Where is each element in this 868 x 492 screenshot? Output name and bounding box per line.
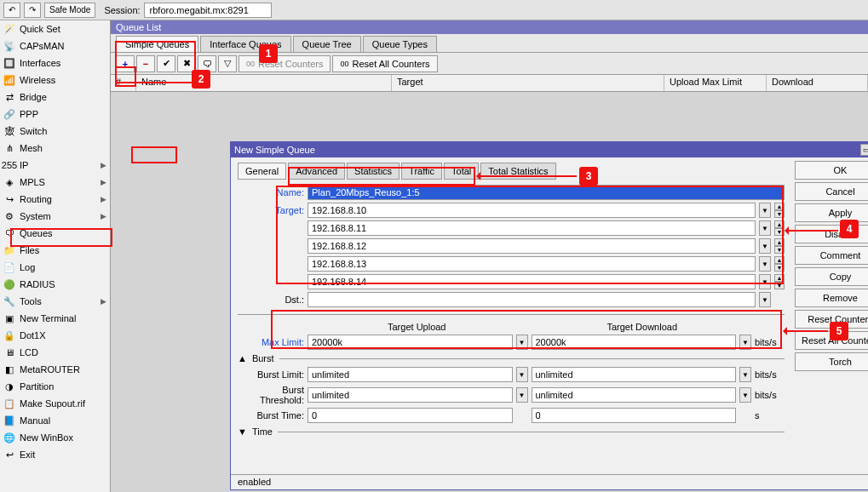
max-limit-download-dropdown[interactable]: ▼ xyxy=(739,335,751,350)
sidebar-item-tools[interactable]: 🔧Tools▶ xyxy=(0,293,110,310)
target-down-4[interactable]: ▼ xyxy=(774,282,785,289)
sidebar-item-make-supout-rif[interactable]: 📋Make Supout.rif xyxy=(0,395,110,412)
target-up-4[interactable]: ▲ xyxy=(774,274,785,282)
sidebar-item-quick-set[interactable]: 🪄Quick Set xyxy=(0,20,110,37)
burst-time-upload-input[interactable] xyxy=(308,408,513,423)
comment-button[interactable]: Comment xyxy=(795,246,868,265)
col-upmax[interactable]: Upload Max Limit xyxy=(664,75,767,91)
target-input-2[interactable] xyxy=(308,238,756,254)
burst-limit-upload-dropdown[interactable]: ▼ xyxy=(516,367,528,382)
dialog-tab-general[interactable]: General xyxy=(238,163,286,180)
sidebar-item-new-terminal[interactable]: ▣New Terminal xyxy=(0,310,110,327)
burst-section-toggle[interactable]: ▲Burst xyxy=(238,353,785,363)
tab-simple-queues[interactable]: Simple Queues xyxy=(116,36,198,52)
target-dropdown-2[interactable]: ▼ xyxy=(759,238,771,254)
target-dropdown-0[interactable]: ▼ xyxy=(759,203,771,218)
target-input-0[interactable] xyxy=(308,203,756,218)
tab-interface-queues[interactable]: Interface Queues xyxy=(200,36,290,52)
sidebar-item-exit[interactable]: ↩Exit xyxy=(0,446,110,463)
burst-threshold-download-dropdown[interactable]: ▼ xyxy=(739,387,751,403)
remove-button[interactable]: − xyxy=(136,55,155,72)
remove-button[interactable]: Remove xyxy=(795,289,868,307)
target-dropdown-4[interactable]: ▼ xyxy=(759,274,771,289)
target-input-4[interactable] xyxy=(308,274,756,289)
ok-button[interactable]: OK xyxy=(795,161,868,180)
reset-all-counters-button[interactable]: 00Reset All Counters xyxy=(332,55,437,72)
reset-counters-button[interactable]: Reset Counters xyxy=(795,310,868,329)
sidebar-item-queues[interactable]: 🗨Queues xyxy=(0,225,110,242)
burst-limit-upload-input[interactable] xyxy=(308,367,513,382)
sidebar-item-ppp[interactable]: 🔗PPP xyxy=(0,106,110,123)
torch-button[interactable]: Torch xyxy=(795,352,868,371)
target-input-1[interactable] xyxy=(308,220,756,236)
target-dropdown-1[interactable]: ▼ xyxy=(759,220,771,236)
dialog-tab-total[interactable]: Total xyxy=(444,163,479,180)
burst-threshold-upload-input[interactable] xyxy=(308,387,513,403)
reset-counters-button[interactable]: 00Reset Counters xyxy=(239,55,331,72)
target-down-3[interactable]: ▼ xyxy=(774,264,785,272)
cancel-button[interactable]: Cancel xyxy=(795,182,868,201)
safe-mode-button[interactable]: Safe Mode xyxy=(44,3,95,18)
sidebar-item-routing[interactable]: ↪Routing▶ xyxy=(0,191,110,208)
dialog-min-button[interactable]: ▭ xyxy=(860,144,868,156)
target-input-3[interactable] xyxy=(308,256,756,272)
tab-queue-types[interactable]: Queue Types xyxy=(363,36,437,52)
sidebar-item-wireless[interactable]: 📶Wireless xyxy=(0,72,110,89)
disable-button[interactable]: Disable xyxy=(795,225,868,243)
sidebar-item-metarouter[interactable]: ◧MetaROUTER xyxy=(0,361,110,378)
burst-limit-download-dropdown[interactable]: ▼ xyxy=(739,367,751,382)
sidebar-item-radius[interactable]: 🟢RADIUS xyxy=(0,276,110,293)
apply-button[interactable]: Apply xyxy=(795,203,868,222)
disable-button[interactable]: ✖ xyxy=(177,55,196,72)
max-limit-upload-dropdown[interactable]: ▼ xyxy=(516,335,528,350)
target-up-1[interactable]: ▲ xyxy=(774,220,785,228)
sidebar-item-files[interactable]: 📁Files xyxy=(0,242,110,259)
comment-button[interactable]: 🗨 xyxy=(198,55,216,72)
copy-button[interactable]: Copy xyxy=(795,267,868,286)
target-up-0[interactable]: ▲ xyxy=(774,203,785,210)
sidebar-item-mpls[interactable]: ◈MPLS▶ xyxy=(0,174,110,191)
burst-threshold-upload-dropdown[interactable]: ▼ xyxy=(516,387,528,403)
sidebar-item-ip[interactable]: 255IP▶ xyxy=(0,157,110,174)
target-up-2[interactable]: ▲ xyxy=(774,238,785,246)
sidebar-item-interfaces[interactable]: 🔲Interfaces xyxy=(0,54,110,72)
sidebar-item-mesh[interactable]: ⋔Mesh xyxy=(0,140,110,157)
col-target[interactable]: Target xyxy=(392,75,664,91)
dst-dropdown[interactable]: ▼ xyxy=(759,292,771,307)
sidebar-item-switch[interactable]: 🕸Switch xyxy=(0,123,110,140)
target-up-3[interactable]: ▲ xyxy=(774,256,785,264)
col-num[interactable]: # xyxy=(111,75,136,91)
redo-button[interactable]: ↷ xyxy=(24,3,41,18)
undo-button[interactable]: ↶ xyxy=(3,3,20,18)
target-down-1[interactable]: ▼ xyxy=(774,228,785,236)
add-button[interactable]: + xyxy=(116,55,135,72)
burst-limit-download-input[interactable] xyxy=(532,367,737,382)
dialog-tab-total-statistics[interactable]: Total Statistics xyxy=(480,163,555,180)
dialog-tab-statistics[interactable]: Statistics xyxy=(347,163,400,180)
col-down[interactable]: Download xyxy=(767,75,868,91)
dst-input[interactable] xyxy=(308,292,756,307)
sidebar-item-new-winbox[interactable]: 🌐New WinBox xyxy=(0,429,110,446)
enable-button[interactable]: ✔ xyxy=(157,55,175,72)
reset-all-counters-button[interactable]: Reset All Counters xyxy=(795,331,868,350)
target-down-0[interactable]: ▼ xyxy=(774,210,785,218)
name-input[interactable] xyxy=(308,185,785,200)
col-name[interactable]: Name xyxy=(136,75,392,91)
max-limit-upload-input[interactable] xyxy=(308,335,513,350)
sidebar-item-system[interactable]: ⚙System▶ xyxy=(0,208,110,225)
sidebar-item-log[interactable]: 📄Log xyxy=(0,259,110,276)
time-section-toggle[interactable]: ▼Time xyxy=(238,426,785,437)
max-limit-download-input[interactable] xyxy=(532,335,737,350)
sidebar-item-dot1x[interactable]: 🔒Dot1X xyxy=(0,327,110,344)
tab-queue-tree[interactable]: Queue Tree xyxy=(293,36,361,52)
sidebar-item-partition[interactable]: ◑Partition xyxy=(0,378,110,395)
sidebar-item-lcd[interactable]: 🖥LCD xyxy=(0,344,110,361)
sidebar-item-manual[interactable]: 📘Manual xyxy=(0,412,110,429)
burst-threshold-download-input[interactable] xyxy=(532,387,737,403)
burst-time-download-input[interactable] xyxy=(532,408,737,423)
filter-button[interactable]: ▽ xyxy=(218,55,237,72)
target-dropdown-3[interactable]: ▼ xyxy=(759,256,771,272)
sidebar-item-capsman[interactable]: 📡CAPsMAN xyxy=(0,37,110,54)
sidebar-item-bridge[interactable]: ⇄Bridge xyxy=(0,89,110,106)
dialog-tab-traffic[interactable]: Traffic xyxy=(401,163,442,180)
